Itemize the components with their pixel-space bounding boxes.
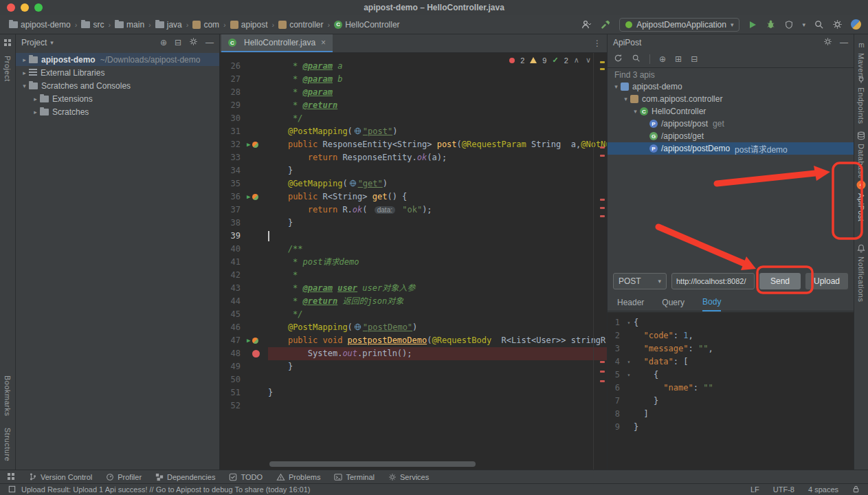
upload-button[interactable]: Upload xyxy=(805,273,848,289)
breadcrumb-item-apipost-demo[interactable]: apipost-demo xyxy=(7,19,73,30)
more-run-actions-chevron-icon[interactable]: ▾ xyxy=(802,21,805,28)
project-tree-item-External Libraries[interactable]: ▸External Libraries xyxy=(16,66,219,79)
globe-icon[interactable] xyxy=(354,323,361,331)
line-number[interactable]: 28 xyxy=(220,86,245,99)
chevron-down-icon[interactable]: ▾ xyxy=(50,39,54,46)
breadcrumb-item-HelloController[interactable]: CHelloController xyxy=(332,19,401,30)
body-line-6[interactable]: 6 "name": "" xyxy=(608,382,854,395)
error-stripe-mark[interactable] xyxy=(600,146,605,148)
profile-avatar[interactable] xyxy=(851,19,861,30)
toolwindow-button-terminal[interactable]: Terminal xyxy=(334,473,375,481)
editor-tab-hellocontroller[interactable]: C HelloController.java × xyxy=(221,34,333,52)
error-stripe-mark[interactable] xyxy=(600,215,605,217)
api-tree-item-/apipost/post[interactable]: P/apipost/postget xyxy=(608,118,854,130)
code-line-49[interactable]: 49 } xyxy=(220,360,607,373)
toolwindow-button-version-control[interactable]: Version Control xyxy=(29,472,92,481)
stripe-button-notifications[interactable]: Notifications xyxy=(854,243,868,302)
apipost-settings-gear-icon[interactable] xyxy=(823,37,832,48)
indent-indicator[interactable]: 4 spaces xyxy=(808,485,838,494)
chevron-down-icon[interactable]: ▾ xyxy=(621,96,630,102)
code-line-36[interactable]: 36▶ public R<String> get() { xyxy=(220,190,607,204)
code-line-33[interactable]: 33 return ResponseEntity.ok(a); xyxy=(220,151,607,164)
line-separator-indicator[interactable]: LF xyxy=(750,485,759,494)
toolwindow-button-profiler[interactable]: Profiler xyxy=(106,473,142,481)
breakpoint-icon[interactable] xyxy=(252,350,260,358)
code-line-47[interactable]: 47▶ public void postpostDemoDemo(@Reques… xyxy=(220,334,607,347)
body-line-7[interactable]: 7 } xyxy=(608,395,854,408)
body-line-9[interactable]: 9} xyxy=(608,421,854,434)
chevron-down-icon[interactable]: ▾ xyxy=(612,83,621,90)
line-number[interactable]: 42 xyxy=(220,269,245,282)
line-number[interactable]: 46 xyxy=(220,321,245,334)
code-line-35[interactable]: 35 @GetMapping("get") xyxy=(220,177,607,190)
fold-icon[interactable]: ▾ xyxy=(624,355,634,368)
error-stripe-mark[interactable] xyxy=(600,207,605,209)
line-number[interactable]: 43 xyxy=(220,282,245,295)
stripe-button-structure[interactable]: Structure xyxy=(3,428,12,461)
stripe-button-maven[interactable]: mMaven xyxy=(854,40,868,78)
build-hammer-icon[interactable] xyxy=(600,19,611,30)
collapse-all-icon[interactable]: ⊟ xyxy=(175,38,181,47)
toolwindow-button-todo[interactable]: TODO xyxy=(229,473,263,481)
api-tree-item-/apipost/get[interactable]: G/apipost/get xyxy=(608,130,854,142)
user-icon[interactable] xyxy=(581,19,592,30)
line-number[interactable]: 41 xyxy=(220,256,245,269)
error-stripe-mark[interactable] xyxy=(600,155,605,157)
error-stripe-mark[interactable] xyxy=(600,199,605,201)
code-line-29[interactable]: 29 * @return xyxy=(220,99,607,112)
line-number[interactable]: 31 xyxy=(220,125,245,138)
code-line-37[interactable]: 37 return R.ok( data: "ok"); xyxy=(220,204,607,217)
run-method-icon[interactable]: ▶ xyxy=(247,142,250,148)
breadcrumb-item-java[interactable]: java xyxy=(153,19,184,30)
run-button[interactable] xyxy=(748,20,757,30)
stripe-button-bookmarks[interactable]: Bookmarks xyxy=(3,375,12,417)
body-editor[interactable]: 1▾{2 "code": 1,3 "message": "",4▾ "data"… xyxy=(608,312,854,470)
toolwindow-switcher-icon[interactable] xyxy=(3,38,12,49)
warning-stripe-mark[interactable] xyxy=(600,68,605,70)
stripe-button-endpoints[interactable]: Endpoints xyxy=(854,74,868,124)
close-tab-icon[interactable]: × xyxy=(321,38,326,47)
line-number[interactable]: 50 xyxy=(220,373,245,386)
toolwindow-grid-icon[interactable] xyxy=(7,472,15,482)
line-number[interactable]: 44 xyxy=(220,295,245,308)
api-tree-item-com.apipost.controller[interactable]: ▾com.apipost.controller xyxy=(608,93,854,105)
breadcrumb-item-apipost[interactable]: apipost xyxy=(228,19,270,30)
error-stripe-mark[interactable] xyxy=(600,371,605,373)
search-icon[interactable] xyxy=(632,54,641,65)
collapse-all-icon[interactable]: ⊟ xyxy=(691,54,698,64)
chevron-right-icon[interactable]: ▸ xyxy=(20,56,29,63)
minimize-window-button[interactable] xyxy=(21,3,29,12)
stripe-button-apipost[interactable]: ApiPost xyxy=(854,180,868,221)
project-view-title[interactable]: Project xyxy=(21,38,47,47)
line-number[interactable]: 27 xyxy=(220,73,245,86)
body-line-2[interactable]: 2 "code": 1, xyxy=(608,329,854,342)
code-line-43[interactable]: 43 * @param user user对象入参 xyxy=(220,282,607,295)
zoom-window-button[interactable] xyxy=(34,3,43,12)
line-number[interactable]: 34 xyxy=(220,164,245,177)
breadcrumb-item-controller[interactable]: controller xyxy=(276,19,325,30)
code-line-45[interactable]: 45 */ xyxy=(220,308,607,321)
tab-options-icon[interactable]: ⋮ xyxy=(593,34,607,52)
line-number[interactable]: 35 xyxy=(220,177,245,190)
project-tree-item-Extensions[interactable]: ▸Extensions xyxy=(16,92,219,105)
project-tree-item-Scratches[interactable]: ▸Scratches xyxy=(16,105,219,118)
prev-next-problem-icons[interactable]: ∧ ∨ xyxy=(574,56,593,65)
stripe-button-project[interactable]: Project xyxy=(3,56,12,82)
run-method-icon[interactable]: ▶ xyxy=(247,338,250,344)
request-tab-body[interactable]: Body xyxy=(702,297,721,311)
inspections-widget[interactable]: 2 9 ✓2 ∧ ∨ xyxy=(509,56,593,65)
chevron-down-icon[interactable]: ▾ xyxy=(631,108,640,115)
code-line-40[interactable]: 40 /** xyxy=(220,243,607,256)
run-configuration-select[interactable]: ApipostDemoApplication ▾ xyxy=(619,18,739,32)
body-line-3[interactable]: 3 "message": "", xyxy=(608,342,854,355)
apipost-send-icon[interactable] xyxy=(252,194,258,200)
code-line-42[interactable]: 42 * xyxy=(220,269,607,282)
code-line-30[interactable]: 30 */ xyxy=(220,112,607,125)
breadcrumb-item-main[interactable]: main xyxy=(113,19,146,30)
encoding-indicator[interactable]: UTF-8 xyxy=(773,485,794,494)
warning-stripe-mark[interactable] xyxy=(600,61,605,63)
find-apis-label[interactable]: Find 3 apis xyxy=(608,69,854,80)
breadcrumb-item-src[interactable]: src xyxy=(79,19,106,30)
api-tree-item-apipost-demo[interactable]: ▾apipost-demo xyxy=(608,80,854,93)
line-number[interactable]: 51 xyxy=(220,386,245,399)
